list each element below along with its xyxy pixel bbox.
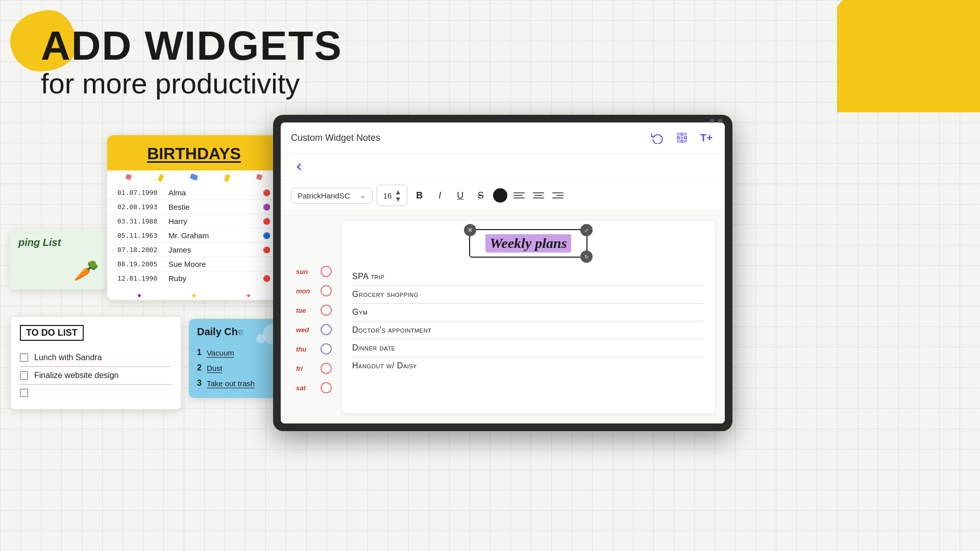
weekly-plans-box[interactable]: ✕ Weekly plans ⤢ ↻ (469, 229, 587, 258)
list-item: 1 Vacuum (197, 345, 283, 360)
italic-button[interactable]: I (432, 187, 448, 204)
align-right-button[interactable] (550, 190, 566, 201)
svg-rect-4 (681, 137, 683, 139)
format-toolbar: PatrickHandSC ⌄ 16 ▲▼ B I U (281, 181, 725, 211)
todo-item-text: Lunch with Sandra (34, 353, 102, 362)
shopping-title: ping List (18, 237, 99, 248)
color-picker[interactable] (493, 188, 507, 203)
daily-item-text: Dust (207, 364, 223, 372)
day-dot-tue (321, 305, 332, 316)
daily-item-text: Vacuum (207, 348, 234, 357)
svg-rect-0 (677, 133, 679, 135)
svg-rect-1 (681, 133, 683, 135)
bday-name: James (168, 245, 258, 254)
svg-rect-7 (681, 140, 683, 142)
schedule-row-wed: Doctor's appointment (352, 321, 704, 339)
close-box-button[interactable]: ✕ (464, 224, 476, 236)
svg-rect-2 (684, 133, 687, 135)
tablet-dot (710, 119, 714, 123)
day-dot-mon (321, 285, 332, 296)
note-main-area[interactable]: ✕ Weekly plans ⤢ ↻ S (342, 221, 715, 413)
bday-date: 01.07.1990 (117, 189, 163, 196)
side-day-wed: wed (291, 320, 332, 339)
schedule-text-tue: Gym (352, 308, 368, 317)
pattern-icon-btn[interactable] (674, 130, 690, 146)
day-label-thu: thu (296, 345, 316, 353)
table-row: 05.11.1963 Mr. Graham 🔵 (107, 229, 281, 243)
font-selector[interactable]: PatrickHandSC ⌄ (291, 188, 373, 204)
schedule-row-fri: Hangout w/ Daisy (352, 357, 704, 374)
list-item (20, 385, 172, 401)
day-label-sat: sat (296, 384, 316, 392)
resize-box-button[interactable]: ⤢ (580, 224, 593, 236)
bday-date: 05.11.1963 (117, 232, 163, 239)
todo-checkbox[interactable] (20, 389, 28, 397)
svg-rect-5 (684, 137, 687, 139)
svg-rect-6 (677, 140, 679, 142)
daily-title: Daily Che (197, 326, 283, 338)
rotate-box-button[interactable]: ↻ (580, 251, 593, 263)
birthdays-header: BIRTHDAYS (107, 135, 281, 170)
history-icon-btn[interactable] (649, 130, 666, 146)
bday-date: 07.18.2002 (117, 246, 163, 254)
tablet-screen: Custom Widget Notes (281, 122, 725, 423)
font-size-value: 16 (382, 191, 393, 200)
schedule-text-sun: SPA trip (352, 272, 384, 281)
bday-date: 12.01.1990 (117, 274, 163, 282)
bday-name: Ruby (168, 274, 258, 283)
bday-name: Alma (168, 188, 258, 197)
day-dot-sun (321, 266, 332, 277)
day-label-mon: mon (296, 287, 316, 295)
strikethrough-button[interactable]: S (473, 187, 489, 204)
weekly-plans-text: Weekly plans (485, 234, 571, 253)
font-name-label: PatrickHandSC (298, 191, 356, 200)
underline-button[interactable]: U (452, 187, 469, 204)
close-icon: ✕ (468, 227, 473, 234)
bday-icon: 🔴 (263, 189, 271, 196)
day-dot-thu (321, 343, 332, 355)
todo-checkbox[interactable] (20, 354, 28, 362)
table-row: 03.31.1988 Harry 🔴 (107, 214, 281, 229)
headline-main: ADD WIDGETS (41, 26, 342, 66)
notebook-decoration (837, 0, 980, 112)
bold-button[interactable]: B (411, 187, 428, 204)
bday-icon: 🟣 (263, 204, 271, 211)
tablet-top-bar (710, 119, 722, 123)
align-center-button[interactable] (531, 190, 546, 201)
schedule-text-thu: Dinner date (352, 343, 395, 353)
side-day-sat: sat (291, 378, 332, 397)
bold-icon: B (416, 190, 423, 201)
back-button[interactable] (291, 159, 307, 175)
font-size-control[interactable]: 16 ▲▼ (377, 185, 407, 206)
tablet-app-title: Custom Widget Notes (291, 133, 380, 143)
side-day-sun: sun (291, 262, 332, 281)
text-size-icon-btn[interactable]: T+ (698, 130, 715, 146)
bday-icon: 🔵 (263, 232, 271, 239)
side-day-tue: tue (291, 300, 332, 320)
list-item: Lunch with Sandra (20, 349, 172, 367)
list-item: 2 Dust (197, 360, 283, 375)
todo-list-widget: TO DO LIST Lunch with Sandra Finalize we… (10, 316, 181, 410)
svg-rect-8 (684, 140, 687, 142)
italic-icon: I (438, 190, 441, 201)
confetti-blue (190, 173, 199, 181)
table-row: 07.18.2002 James 🔴 (107, 243, 281, 257)
todo-title: TO DO LIST (20, 325, 84, 341)
todo-checkbox[interactable] (20, 371, 28, 380)
list-item: 3 Take out trash (197, 375, 283, 391)
tablet-header: Custom Widget Notes (281, 122, 725, 154)
table-row: 02.08.1993 Bestie 🟣 (107, 200, 281, 214)
underline-icon: U (457, 190, 463, 201)
daily-num: 1 (197, 348, 202, 357)
confetti-bottom: ◆ ◆ ◆ (107, 290, 281, 300)
day-label-fri: fri (296, 365, 316, 372)
todo-item-text: Finalize website design (34, 371, 118, 380)
table-row: 12.01.1990 Ruby 🔴 (107, 271, 281, 285)
bday-icon: 🔴 (263, 275, 271, 282)
align-left-button[interactable] (511, 190, 527, 201)
birthdays-widget: BIRTHDAYS 01.07.1990 Alma 🔴 02.08.1993 B… (107, 135, 281, 300)
weekly-plans-header: ✕ Weekly plans ⤢ ↻ (352, 229, 704, 258)
strikethrough-icon: S (478, 190, 484, 201)
day-dot-sat (321, 382, 332, 393)
headline-section: ADD WIDGETS for more productivity (41, 26, 342, 101)
